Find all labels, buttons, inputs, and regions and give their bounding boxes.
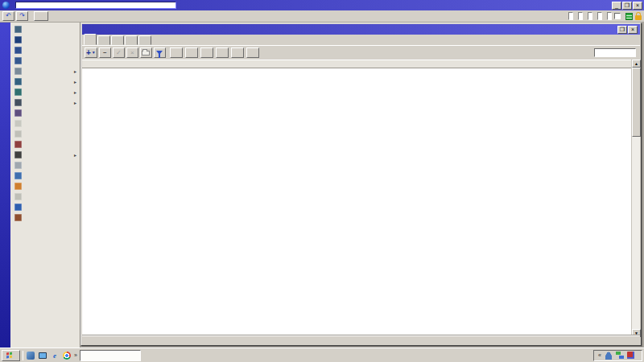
winbox-screen: _ ❐ × ↶ ↷ ▸▸▸▸▸: [0, 0, 644, 362]
add-dropdown-icon[interactable]: ▼: [92, 48, 96, 57]
minimize-button[interactable]: _: [612, 2, 621, 10]
redo-button[interactable]: ↷: [16, 11, 28, 21]
server-buttons: [167, 47, 259, 58]
table-body: [82, 68, 633, 337]
sstp-server-button[interactable]: [200, 47, 213, 58]
cross-icon: ×: [130, 48, 134, 57]
pptp-server-button[interactable]: [185, 47, 198, 58]
log-icon: [14, 130, 22, 138]
undo-button[interactable]: ↶: [2, 11, 14, 21]
chrome-icon[interactable]: [62, 351, 72, 360]
scroll-up-icon[interactable]: ▲: [632, 60, 641, 68]
ppp-status-bar: [82, 335, 640, 344]
tab-profiles[interactable]: [125, 35, 138, 45]
scrollbar-thumb[interactable]: [632, 68, 641, 137]
ip-icon: [14, 68, 22, 75]
enable-button[interactable]: ✓: [113, 47, 125, 58]
routing-icon: [14, 88, 22, 96]
ppp-window: ❐ × +▼ − ✓ × ▲ ▼: [80, 23, 642, 346]
cpu-value: [588, 12, 592, 20]
sidebar-item-manual[interactable]: [10, 202, 80, 212]
sidebar-item-mesh[interactable]: [10, 56, 80, 66]
find-input[interactable]: [594, 48, 636, 57]
ppp-icon: [14, 47, 22, 54]
network-tray-icon[interactable]: [616, 352, 624, 360]
user-tray-icon[interactable]: [605, 352, 613, 360]
mesh-icon: [14, 57, 22, 64]
sidebar-item-partition[interactable]: [10, 181, 80, 191]
sidebar-item-queues[interactable]: [10, 108, 80, 118]
tray-collapse-icon[interactable]: «: [598, 352, 601, 358]
windows-flag-icon: [6, 352, 13, 359]
sidebar-item-system[interactable]: ▸: [10, 97, 80, 108]
tab-pppoe-servers[interactable]: [97, 35, 110, 45]
control-bar: ↶ ↷: [0, 10, 644, 23]
sidebar-item-radius[interactable]: [10, 139, 80, 150]
connection-tray-icon[interactable]: [627, 352, 634, 359]
ppp-restore-button[interactable]: ❐: [617, 26, 627, 34]
ppp-close-button[interactable]: ×: [628, 26, 638, 34]
partition-icon: [14, 183, 22, 190]
sidebar-item-make-supout[interactable]: [10, 191, 80, 202]
exit-icon: [14, 214, 22, 221]
taskbar-separator: [23, 351, 23, 360]
sidebar-item-lcd[interactable]: [10, 171, 80, 181]
sidebar-item-files[interactable]: [10, 118, 80, 129]
router-address-field: [15, 2, 176, 9]
sidebar-item-routing[interactable]: ▸: [10, 87, 80, 97]
tab-active-connections[interactable]: [138, 35, 151, 45]
date-value: [597, 12, 602, 20]
l2tp-server-button[interactable]: [216, 47, 229, 58]
submenu-arrow-icon: ▸: [74, 152, 76, 158]
sidebar-item-bridge[interactable]: [10, 35, 80, 45]
supout-icon: [14, 193, 22, 200]
interfaces-icon: [14, 26, 22, 33]
start-button[interactable]: [2, 350, 20, 361]
disable-button[interactable]: ×: [126, 47, 138, 58]
quicklaunch-overflow-icon[interactable]: »: [74, 352, 77, 358]
vertical-scrollbar[interactable]: ▲ ▼: [631, 60, 640, 337]
ppp-scanner-button[interactable]: [170, 47, 183, 58]
funnel-icon: [156, 51, 163, 55]
session-list-icon[interactable]: [625, 13, 633, 20]
terminal-icon: [14, 162, 22, 169]
sidebar-item-ip[interactable]: ▸: [10, 66, 80, 76]
comment-button[interactable]: [140, 47, 152, 58]
mpls-icon: [14, 78, 22, 85]
ppp-window-titlebar[interactable]: ❐ ×: [82, 24, 640, 35]
table-header-row: [82, 60, 633, 68]
manual-icon: [14, 204, 22, 211]
close-button[interactable]: ×: [633, 2, 642, 10]
network-places-icon[interactable]: [26, 351, 35, 360]
display-icon[interactable]: [38, 351, 47, 360]
sidebar-item-new-terminal[interactable]: [10, 160, 80, 171]
sidebar-item-log[interactable]: [10, 129, 80, 139]
queues-icon: [14, 109, 22, 117]
tab-interface[interactable]: [84, 34, 97, 45]
sidebar-item-tools[interactable]: ▸: [10, 150, 80, 160]
brand-strip: [0, 23, 10, 348]
check-icon: ✓: [116, 48, 122, 57]
ovpn-server-button[interactable]: [231, 47, 244, 58]
restore-button[interactable]: ❐: [622, 2, 632, 10]
internet-explorer-icon[interactable]: e: [50, 351, 60, 360]
submenu-arrow-icon: ▸: [74, 79, 76, 84]
add-button[interactable]: +▼: [85, 47, 97, 58]
sidebar-item-mpls[interactable]: ▸: [10, 76, 80, 87]
uptime-value: [568, 12, 573, 20]
sidebar-item-exit[interactable]: [10, 212, 80, 223]
safe-mode-button[interactable]: [34, 11, 48, 21]
filter-button[interactable]: [154, 47, 166, 58]
taskbar-window-button[interactable]: [80, 350, 141, 361]
tab-secrets[interactable]: [111, 35, 124, 45]
sidebar-item-ppp[interactable]: [10, 45, 80, 56]
system-tray: «: [593, 350, 642, 361]
lock-icon: [635, 15, 642, 20]
files-icon: [14, 120, 22, 127]
remove-button[interactable]: −: [99, 47, 111, 58]
hide-passwords-checkbox[interactable]: [614, 13, 621, 19]
submenu-arrow-icon: ▸: [74, 100, 76, 105]
bridge-icon: [14, 36, 22, 43]
sidebar-item-interfaces[interactable]: [10, 24, 80, 35]
pppoe-scan-button[interactable]: [246, 47, 259, 58]
